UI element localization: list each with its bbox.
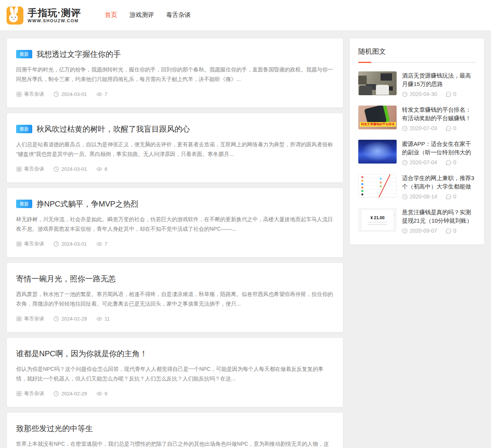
sidebar-item: 蜜源APP：适合女生在家干的副业（听一位特别伟大的宝 2020-07-04 0 bbox=[358, 140, 476, 165]
sidebar-item-title[interactable]: 适合学生的网上兼职，推荐3个（初高中）大学生都能做的 bbox=[402, 174, 476, 191]
article-card: 寄情一碗月光，照你一路无恙 西风萧瑟，秋水泡了一池的繁星。寒月闻风语，相逢不得终… bbox=[7, 263, 343, 332]
article-title[interactable]: 我想透过文字握住你的手 bbox=[36, 49, 121, 59]
sidebar-item-meta: 2020-04-30 0 bbox=[402, 91, 476, 97]
article-category[interactable]: 毒舌杂谈 bbox=[16, 315, 44, 322]
eye-icon bbox=[96, 241, 102, 247]
eye-icon bbox=[96, 166, 102, 172]
clock-icon bbox=[402, 160, 408, 165]
clock-icon bbox=[402, 91, 408, 97]
sidebar-item-title[interactable]: 悬赏汪赚钱是真的吗？实测提现21元（10分钟就到账） bbox=[402, 208, 476, 225]
site-header: 手指玩·测评 WWW.SHOUZW.COM 首页 游戏测评 毒舌杂谈 bbox=[0, 0, 491, 31]
article-views: 11 bbox=[96, 316, 110, 322]
nav-item-home[interactable]: 首页 bbox=[99, 7, 123, 23]
sidebar-item-comments: 0 bbox=[446, 125, 456, 131]
new-badge: 最新 bbox=[16, 125, 32, 133]
site-domain: WWW.SHOUZW.COM bbox=[28, 18, 81, 23]
nav-item-game-reviews[interactable]: 游戏测评 bbox=[123, 7, 160, 23]
article-meta: 毒舌杂谈 2024-03-01 7 bbox=[16, 91, 334, 98]
category-icon bbox=[16, 241, 22, 247]
category-icon bbox=[16, 166, 22, 172]
rabbit-logo-icon bbox=[6, 5, 24, 25]
article-excerpt: 西风萧瑟，秋水泡了一池的繁星。寒月闻风语，相逢不得终，自是凄凉难道，秋草殇，陌路… bbox=[16, 289, 334, 309]
article-date: 2024-03-01 bbox=[53, 91, 87, 97]
sidebar-item-meta: 2020-07-03 0 bbox=[402, 125, 476, 131]
article-title[interactable]: 寄情一碗月光，照你一路无恙 bbox=[16, 274, 116, 284]
article-card: 最新 我想透过文字握住你的手 回溯千年的时光，亿万的纷争，我愿倒转时光，握住你的… bbox=[7, 38, 343, 107]
clock-icon bbox=[53, 241, 59, 247]
article-date: 2024-02-29 bbox=[53, 391, 87, 397]
sidebar-item-title[interactable]: 酒店无货源赚钱玩法，最高月赚15万的思路 bbox=[402, 71, 476, 88]
article-excerpt: 人们总是站着道德的最高点，自以为是伸张正义，便无脑的去评价，更有甚者去造谣，互联… bbox=[16, 140, 334, 159]
article-views: 9 bbox=[96, 391, 107, 397]
article-category[interactable]: 毒舌杂谈 bbox=[16, 165, 44, 172]
nav-item-sharp-talk[interactable]: 毒舌杂谈 bbox=[160, 7, 197, 23]
clock-icon bbox=[53, 316, 59, 322]
sidebar-item-date: 2020-07-03 bbox=[402, 125, 437, 131]
article-meta: 毒舌杂谈 2024-03-01 7 bbox=[16, 240, 334, 247]
eye-icon bbox=[96, 316, 102, 322]
article-date: 2024-02-29 bbox=[53, 316, 87, 322]
sidebar-item-comments: 0 bbox=[446, 159, 456, 165]
sidebar-item-meta: 2020-07-04 0 bbox=[402, 159, 476, 165]
sidebar-item-title[interactable]: 蜜源APP：适合女生在家干的副业（听一位特别伟大的宝 bbox=[402, 140, 476, 157]
sidebar-item-title[interactable]: 转发文章赚钱的平台排名：有活动奖励的平台贼赚钱！ bbox=[402, 106, 476, 122]
site-title: 手指玩·测评 bbox=[28, 7, 81, 18]
clock-icon bbox=[402, 194, 408, 200]
clock-icon bbox=[53, 91, 59, 97]
article-views: 7 bbox=[96, 91, 107, 97]
category-icon bbox=[16, 316, 22, 322]
sidebar-item-comments: 0 bbox=[446, 193, 456, 200]
site-logo[interactable]: 手指玩·测评 WWW.SHOUZW.COM bbox=[6, 5, 81, 25]
receipt-lines bbox=[368, 222, 387, 225]
thumbnail-app-list-screenshot[interactable] bbox=[358, 174, 397, 198]
article-meta: 毒舌杂谈 2024-02-29 9 bbox=[16, 390, 334, 397]
article-list: 最新 我想透过文字握住你的手 回溯千年的时光，亿万的纷争，我愿倒转时光，握住你的… bbox=[7, 38, 343, 448]
article-title[interactable]: 挣NPC式躺平，争MVP之热烈 bbox=[36, 199, 138, 209]
sidebar-item-date: 2020-07-04 bbox=[402, 159, 437, 165]
article-title[interactable]: 致那些发过光的中等生 bbox=[16, 423, 93, 433]
thumbnail-banner-text: 转发文章赚钱的平台排名 bbox=[360, 122, 396, 127]
new-badge: 最新 bbox=[16, 50, 32, 58]
article-views: 6 bbox=[96, 166, 107, 172]
sidebar-item: 酒店无货源赚钱玩法，最高月赚15万的思路 2020-04-30 0 bbox=[358, 71, 476, 97]
sidebar-item-date: 2020-04-30 bbox=[402, 91, 437, 97]
article-excerpt: 回溯千年的时光，亿万的纷争，我愿倒转时光，握住你的手，回到你的那个春秋。我愿握住… bbox=[16, 65, 334, 84]
receipt-card: ¥ 21.00 bbox=[361, 209, 394, 231]
sidebar-item-comments: 0 bbox=[446, 228, 456, 234]
thumbnail-phone-chart-photo[interactable]: 转发文章赚钱的平台排名 bbox=[358, 106, 397, 129]
new-badge: 最新 bbox=[16, 200, 32, 208]
thumbnail-payment-receipt[interactable]: ¥ 21.00 ✓ bbox=[358, 208, 397, 232]
comment-bubble-icon bbox=[446, 160, 451, 165]
article-views: 7 bbox=[96, 241, 107, 247]
sidebar-title: 随机图文 bbox=[358, 47, 476, 56]
article-card: 谁都是NPC啊，因为你就是你的主角！ 你认为你是NPC吗？这个问题你会怎么回答，… bbox=[7, 338, 343, 407]
article-date: 2024-03-01 bbox=[53, 166, 87, 172]
sidebar-divider bbox=[358, 62, 476, 63]
main-nav: 首页 游戏测评 毒舌杂谈 bbox=[99, 7, 197, 23]
article-excerpt: 你认为你是NPC吗？这个问题你会怎么回答，现代青年人人都觉得自己是一个NPC，可… bbox=[16, 364, 334, 384]
eye-icon bbox=[96, 391, 102, 397]
sidebar-item-date: 2020-08-14 bbox=[402, 193, 437, 200]
sidebar-item: 适合学生的网上兼职，推荐3个（初高中）大学生都能做的 2020-08-14 0 bbox=[358, 174, 476, 200]
article-category[interactable]: 毒舌杂谈 bbox=[16, 240, 44, 247]
thumbnail-office-photo[interactable] bbox=[358, 71, 397, 95]
clock-icon bbox=[402, 228, 408, 234]
article-title[interactable]: 谁都是NPC啊，因为你就是你的主角！ bbox=[16, 349, 147, 359]
sidebar-item-meta: 2020-08-14 0 bbox=[402, 193, 476, 200]
sidebar-item-date: 2020-09-07 bbox=[402, 228, 437, 234]
random-articles-panel: 随机图文 酒店无货源赚钱玩法，最高月赚15万的思路 2020-04-30 0 bbox=[350, 38, 484, 245]
article-card: 致那些发过光的中等生 世界上本就没有NPC，在密室逃脱中，我们总是习惯性的把除了… bbox=[7, 413, 343, 448]
article-meta: 毒舌杂谈 2024-02-29 11 bbox=[16, 315, 334, 322]
comment-bubble-icon bbox=[446, 228, 451, 234]
eye-icon bbox=[96, 91, 102, 97]
clock-icon bbox=[53, 166, 59, 172]
article-date: 2024-03-01 bbox=[53, 241, 87, 247]
comment-bubble-icon bbox=[446, 194, 451, 200]
article-category[interactable]: 毒舌杂谈 bbox=[16, 390, 44, 397]
article-excerpt: 林无静树，川无停流，社会亦是如此。瞬息万变的社会，仿若巨大的游戏软件，在不断的更… bbox=[16, 215, 334, 234]
article-title[interactable]: 秋风吹过枯黄的树叶，吹醒了我盲目跟风的心 bbox=[36, 124, 190, 134]
article-excerpt: 世界上本就没有NPC，在密室逃脱中，我们总是习惯性的把除了自己之外的其他出场角色… bbox=[16, 439, 334, 448]
article-category[interactable]: 毒舌杂谈 bbox=[16, 91, 44, 98]
article-card: 最新 挣NPC式躺平，争MVP之热烈 林无静树，川无停流，社会亦是如此。瞬息万变… bbox=[7, 188, 343, 257]
thumbnail-blue-stage-photo[interactable] bbox=[358, 140, 397, 164]
